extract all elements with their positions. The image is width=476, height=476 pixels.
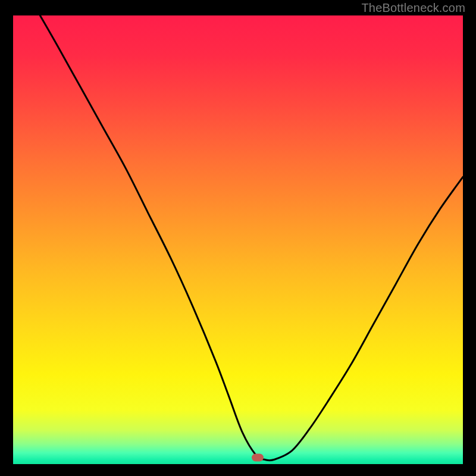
source-attribution: TheBottleneck.com	[361, 1, 465, 15]
optimal-point-marker	[252, 454, 264, 462]
bottleneck-curve	[13, 15, 463, 464]
plot-area	[13, 15, 463, 464]
chart-frame: TheBottleneck.com	[0, 0, 476, 476]
